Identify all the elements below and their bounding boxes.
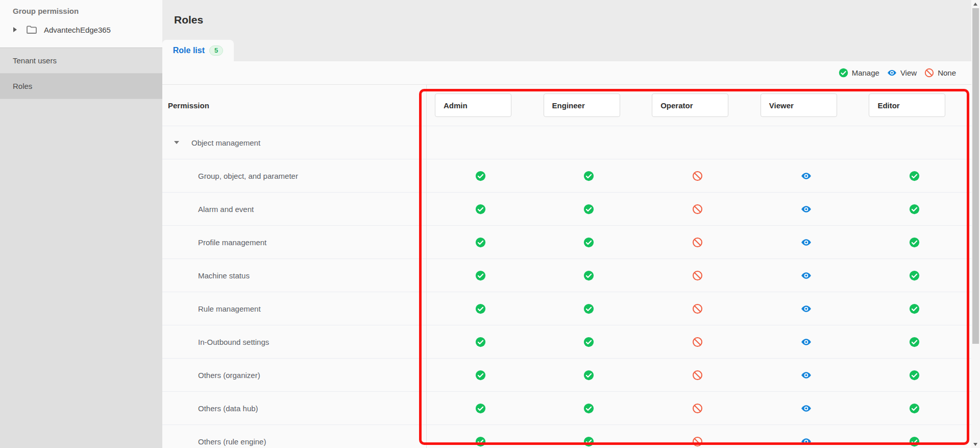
manage-icon[interactable] [909,303,920,314]
manage-icon[interactable] [909,403,920,414]
none-icon[interactable] [692,403,703,414]
operator-permission-cell [643,325,752,358]
group-permission-section: Group permission AdvantechEdge365 [0,0,162,48]
permission-row-label: Others (data hub) [162,392,426,425]
admin-permission-cell [426,392,535,425]
none-icon[interactable] [692,303,703,314]
permission-row: In-Outbound settings [162,325,971,359]
role-list-panel: Manage View None Permission AdminEnginee… [162,61,971,448]
role-name-box-engineer[interactable]: Engineer [544,93,620,117]
editor-permission-cell [860,425,969,448]
manage-icon[interactable] [475,237,486,248]
admin-permission-cell [426,159,535,192]
tab-role-list[interactable]: Role list 5 [162,40,234,61]
scrollbar-thumb[interactable] [972,8,979,344]
manage-icon[interactable] [909,436,920,447]
viewer-permission-cell [752,292,861,325]
manage-icon[interactable] [475,204,486,215]
manage-icon[interactable] [909,370,920,381]
operator-permission-cell [643,425,752,448]
view-icon[interactable] [801,337,812,347]
legend-view-label: View [900,68,917,77]
permission-row: Machine status [162,259,971,292]
operator-permission-cell [643,359,752,391]
manage-icon[interactable] [583,370,594,381]
permission-row-label: In-Outbound settings [162,325,426,358]
sidebar-item-tenant-users[interactable]: Tenant users [0,48,162,74]
permission-row-label: Profile management [162,226,426,258]
chevron-down-icon[interactable] [174,141,179,144]
manage-icon[interactable] [583,204,594,215]
manage-icon[interactable] [909,237,920,248]
manage-icon[interactable] [583,303,594,314]
scroll-down-arrow-icon[interactable] [973,443,977,446]
none-icon[interactable] [692,337,703,347]
permission-row-label: Alarm and event [162,193,426,225]
role-name-box-viewer[interactable]: Viewer [761,93,837,117]
sidebar-item-roles[interactable]: Roles [0,74,162,99]
none-icon[interactable] [692,370,703,381]
none-icon[interactable] [692,270,703,281]
role-header-cell: Viewer [752,85,861,126]
role-name-box-admin[interactable]: Admin [435,93,511,117]
role-header-cell: Editor [860,85,969,126]
view-icon[interactable] [801,303,812,314]
view-icon[interactable] [801,171,812,181]
manage-icon[interactable] [475,436,486,447]
manage-icon[interactable] [583,171,594,181]
vertical-scrollbar[interactable] [971,0,980,448]
legend-item-view: View [887,68,917,78]
engineer-permission-cell [535,259,644,292]
engineer-permission-cell [535,159,644,192]
legend-item-none: None [924,68,956,78]
manage-icon[interactable] [583,436,594,447]
editor-permission-cell [860,325,969,358]
editor-permission-cell [860,292,969,325]
view-icon[interactable] [801,237,812,248]
view-icon[interactable] [801,370,812,381]
permission-row: Others (rule engine) [162,425,971,448]
editor-permission-cell [860,193,969,225]
none-icon[interactable] [692,171,703,181]
engineer-permission-cell [535,193,644,225]
role-name-box-editor[interactable]: Editor [869,93,945,117]
none-icon[interactable] [692,204,703,215]
manage-icon[interactable] [583,337,594,347]
view-icon[interactable] [801,204,812,215]
manage-icon[interactable] [583,403,594,414]
role-name-box-operator[interactable]: Operator [652,93,728,117]
editor-permission-cell [860,392,969,425]
admin-permission-cell [426,193,535,225]
admin-permission-cell [426,425,535,448]
manage-icon[interactable] [583,270,594,281]
scroll-up-arrow-icon[interactable] [973,3,977,6]
manage-icon[interactable] [909,270,920,281]
manage-icon[interactable] [475,303,486,314]
permission-row: Others (data hub) [162,392,971,425]
none-icon[interactable] [692,436,703,447]
none-icon[interactable] [692,237,703,248]
editor-permission-cell [860,259,969,292]
editor-permission-cell [860,359,969,391]
view-icon[interactable] [801,436,812,447]
manage-icon[interactable] [583,237,594,248]
folder-icon [26,23,38,36]
manage-icon[interactable] [909,337,920,347]
manage-icon[interactable] [909,204,920,215]
group-row-label: Object management [191,138,260,147]
group-row-object-management[interactable]: Object management [162,126,971,159]
editor-permission-cell [860,159,969,192]
tree-item-advantechedge365[interactable]: AdvantechEdge365 [13,23,162,36]
manage-icon[interactable] [475,337,486,347]
chevron-right-icon[interactable] [13,27,17,32]
manage-icon[interactable] [475,403,486,414]
main-content: Roles Role list 5 Manage View None Permi… [162,0,971,448]
manage-icon[interactable] [909,171,920,181]
manage-icon[interactable] [475,270,486,281]
permission-row: Others (organizer) [162,359,971,392]
view-icon[interactable] [801,403,812,414]
admin-permission-cell [426,292,535,325]
manage-icon[interactable] [475,370,486,381]
view-icon[interactable] [801,270,812,281]
manage-icon[interactable] [475,171,486,181]
